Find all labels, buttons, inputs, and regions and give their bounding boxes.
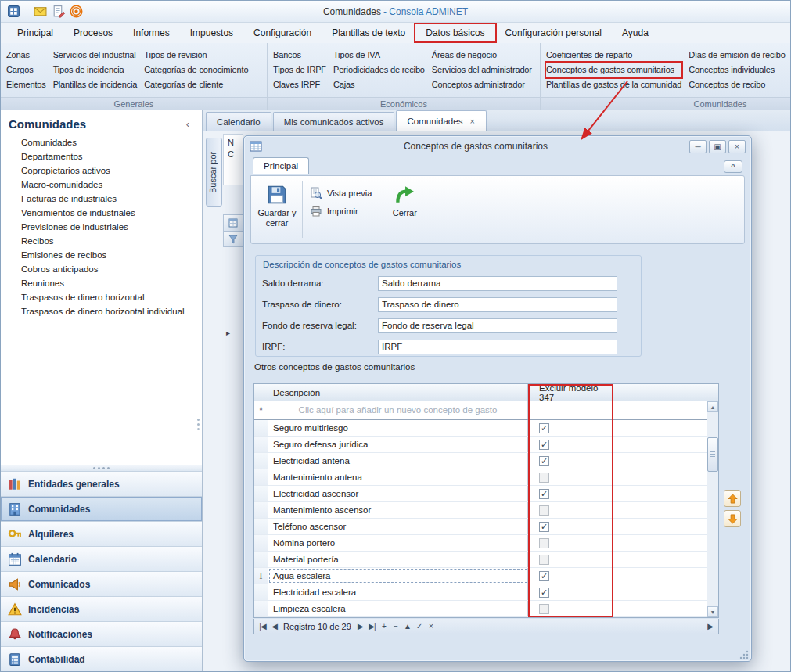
- cell-descripcion[interactable]: Electricidad ascensor: [268, 486, 528, 501]
- nav-pane-item-entidades-generales[interactable]: Entidades generales: [1, 471, 202, 496]
- ribbon-item-servicios-del-administrador[interactable]: Servicios del administrador: [432, 63, 532, 77]
- tab-principal[interactable]: Principal: [253, 157, 309, 174]
- cell-descripcion[interactable]: Electricidad antena: [268, 453, 528, 469]
- sidebar-item-copropietarios-activos[interactable]: Copropietarios activos: [1, 164, 202, 178]
- tab-comunidades[interactable]: Comunidades×: [396, 110, 486, 131]
- print-button[interactable]: Imprimir: [310, 205, 372, 217]
- preview-button[interactable]: Vista previa: [310, 187, 372, 199]
- excluir-checkbox[interactable]: [539, 538, 549, 548]
- end-edit-button[interactable]: ✓: [413, 622, 425, 631]
- table-row[interactable]: Nómina portero: [254, 535, 707, 552]
- cell-descripcion[interactable]: Material portería: [268, 552, 528, 567]
- grid-scrollbar[interactable]: ▲ ▼: [707, 401, 718, 617]
- ribbon-item-cajas[interactable]: Cajas: [333, 77, 425, 92]
- excluir-checkbox[interactable]: ✓: [539, 522, 549, 532]
- column-header-descripcion[interactable]: Descripción: [268, 384, 528, 401]
- ribbon-item-dias-de-emision-de-recibo[interactable]: Días de emisión de recibo: [689, 48, 785, 63]
- column-header-excluir[interactable]: Excluir modelo 347: [528, 384, 613, 401]
- first-record-button[interactable]: |◀: [257, 622, 268, 631]
- table-row[interactable]: Electricidad escalera✓: [254, 584, 707, 601]
- next-record-button[interactable]: ▶: [354, 622, 366, 631]
- ribbon-item-conceptos-de-recibo[interactable]: Conceptos de recibo: [689, 77, 785, 92]
- nav-pane-item-comunidades[interactable]: Comunidades: [1, 496, 202, 521]
- excluir-checkbox[interactable]: ✓: [539, 489, 549, 499]
- ribbon-item-zonas[interactable]: Zonas: [6, 48, 46, 63]
- tab-calendario[interactable]: Calendario: [206, 112, 271, 131]
- collapse-sidebar-icon[interactable]: ‹: [182, 118, 194, 130]
- move-down-button[interactable]: [724, 510, 741, 527]
- table-row[interactable]: Mantenimiento antena: [254, 469, 707, 486]
- nav-pane-gripper[interactable]: [1, 465, 202, 471]
- scroll-down-button[interactable]: ▼: [707, 606, 718, 617]
- ribbon-item-tipos-de-incidencia[interactable]: Tipos de incidencia: [53, 63, 138, 77]
- new-row-placeholder[interactable]: Clic aquí para añadir un nuevo concepto …: [268, 401, 528, 419]
- excluir-checkbox[interactable]: ✓: [539, 423, 549, 433]
- excluir-checkbox[interactable]: [539, 555, 549, 565]
- resize-grip[interactable]: [739, 650, 749, 659]
- sidebar-item-reuniones[interactable]: Reuniones: [1, 276, 202, 290]
- menu-item-informes[interactable]: Informes: [123, 24, 180, 41]
- nav-pane-item-comunicados[interactable]: Comunicados: [1, 571, 202, 596]
- sidebar-item-cobros-anticipados[interactable]: Cobros anticipados: [1, 262, 202, 276]
- excluir-checkbox[interactable]: [539, 604, 549, 614]
- menu-item-ayuda[interactable]: Ayuda: [612, 24, 659, 41]
- ribbon-item-coeficientes-de-reparto[interactable]: Coeficientes de reparto: [546, 48, 681, 63]
- last-record-button[interactable]: ▶|: [366, 622, 378, 631]
- menu-item-principal[interactable]: Principal: [7, 24, 63, 41]
- nav-pane-item-incidencias[interactable]: Incidencias: [1, 596, 202, 621]
- edit-record-button[interactable]: ▲: [401, 622, 413, 631]
- ribbon-item-servicios-del-industrial[interactable]: Servicios del industrial: [53, 48, 138, 63]
- excluir-checkbox[interactable]: ✓: [539, 571, 549, 581]
- grid-new-row[interactable]: * Clic aquí para añadir un nuevo concept…: [254, 401, 707, 420]
- cell-descripcion[interactable]: Limpieza escalera: [268, 601, 528, 616]
- notes-icon[interactable]: [52, 5, 65, 18]
- dialog-title-bar[interactable]: Conceptos de gastos comunitarios ─ ▣ ×: [244, 136, 751, 156]
- menu-item-configuracion[interactable]: Configuración: [243, 24, 322, 41]
- sidebar-item-previsiones-de-industriales[interactable]: Previsiones de industriales: [1, 220, 202, 234]
- sidebar-item-macro-comunidades[interactable]: Macro-comunidades: [1, 178, 202, 192]
- ribbon-item-tipos-de-iva[interactable]: Tipos de IVA: [333, 48, 425, 63]
- prev-record-button[interactable]: ◀: [268, 622, 280, 631]
- ribbon-item-claves-irpf[interactable]: Claves IRPF: [273, 77, 326, 92]
- sidebar-item-vencimientos-de-industriales[interactable]: Vencimientos de industriales: [1, 206, 202, 220]
- ribbon-item-cargos[interactable]: Cargos: [6, 63, 46, 77]
- ribbon-item-conceptos-individuales[interactable]: Conceptos individuales: [689, 63, 785, 77]
- ribbon-item-tipos-de-revision[interactable]: Tipos de revisión: [144, 48, 248, 63]
- move-up-button[interactable]: [724, 490, 741, 507]
- field-input-saldo-derrama[interactable]: [378, 276, 617, 291]
- cell-descripcion[interactable]: Seguro multiriesgo: [268, 420, 528, 436]
- feed-icon[interactable]: [70, 5, 83, 18]
- excluir-checkbox[interactable]: [539, 473, 549, 483]
- ribbon-item-tipos-de-irpf[interactable]: Tipos de IRPF: [273, 63, 326, 77]
- cell-descripcion[interactable]: Mantenimiento ascensor: [268, 502, 528, 518]
- table-row[interactable]: Seguro defensa jurídica✓: [254, 437, 707, 453]
- table-row[interactable]: Teléfono ascensor✓: [254, 519, 707, 535]
- ribbon-item-categorias-de-conocimiento[interactable]: Categorías de conocimiento: [144, 63, 248, 77]
- sidebar-item-departamentos[interactable]: Departamentos: [1, 149, 202, 164]
- filter-funnel-icon[interactable]: [223, 231, 243, 247]
- tab-mis-comunicados-activos[interactable]: Mis comunicados activos: [273, 112, 395, 131]
- excluir-checkbox[interactable]: ✓: [539, 588, 549, 598]
- table-row[interactable]: Electricidad ascensor✓: [254, 486, 707, 502]
- nav-pane-item-calendario[interactable]: Calendario: [1, 546, 202, 571]
- table-row[interactable]: Limpieza escalera: [254, 601, 707, 617]
- sidebar-item-emisiones-de-recibos[interactable]: Emisiones de recibos: [1, 248, 202, 262]
- nav-pane-item-contabilidad[interactable]: Contabilidad: [1, 646, 202, 671]
- ribbon-item-plantillas-de-gastos-de-la-comunidad[interactable]: Plantillas de gastos de la comunidad: [546, 77, 681, 92]
- cell-descripcion[interactable]: Seguro defensa jurídica: [268, 437, 528, 452]
- scroll-up-button[interactable]: ▲: [707, 401, 718, 412]
- menu-item-datos-basicos[interactable]: Datos básicos: [415, 24, 494, 41]
- sidebar-splitter-handle[interactable]: [196, 417, 201, 432]
- menu-item-procesos[interactable]: Procesos: [63, 24, 123, 41]
- sidebar-item-facturas-de-industriales[interactable]: Facturas de industriales: [1, 192, 202, 206]
- field-input-irpf[interactable]: [378, 340, 617, 354]
- sidebar-item-recibos[interactable]: Recibos: [1, 234, 202, 248]
- menu-item-impuestos[interactable]: Impuestos: [180, 24, 243, 41]
- scroll-right-button[interactable]: ▶: [704, 622, 716, 631]
- cell-descripcion[interactable]: Teléfono ascensor: [268, 519, 528, 534]
- ribbon-item-bancos[interactable]: Bancos: [273, 48, 326, 63]
- close-form-button[interactable]: Cerrar: [382, 180, 427, 239]
- table-row[interactable]: Electricidad antena✓: [254, 453, 707, 469]
- append-record-button[interactable]: +: [378, 622, 390, 631]
- cancel-edit-button[interactable]: ×: [425, 622, 437, 631]
